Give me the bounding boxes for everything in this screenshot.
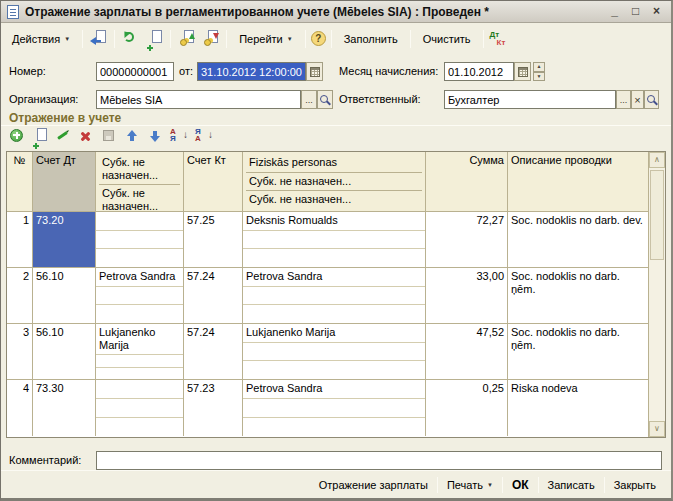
- copy-document-button[interactable]: [146, 30, 163, 47]
- cell-credit[interactable]: 57.24: [184, 268, 243, 323]
- cell-sum[interactable]: 47,52: [426, 324, 508, 379]
- move-down-button[interactable]: [147, 128, 163, 144]
- fill-button[interactable]: Заполнить: [337, 30, 405, 48]
- spinner-down-button[interactable]: ▼: [533, 72, 545, 82]
- header-subconto-kt[interactable]: Fiziskās personas Субк. не назначен... С…: [243, 152, 426, 211]
- cell-debit-selected[interactable]: 73.20: [33, 212, 96, 267]
- header-sum[interactable]: Сумма: [426, 152, 508, 211]
- responsible-input[interactable]: [444, 90, 616, 109]
- table-row[interactable]: 3 56.10 Lukjanenko Marija 57.24 Lukjanen…: [7, 324, 648, 380]
- cell-sum[interactable]: 33,00: [426, 268, 508, 323]
- responsible-clear-button[interactable]: ×: [631, 90, 644, 109]
- close-form-button[interactable]: Закрыть: [605, 477, 665, 493]
- clear-button[interactable]: Очистить: [416, 30, 478, 48]
- delete-row-button[interactable]: [78, 128, 94, 144]
- cell-subconto-dt[interactable]: [96, 212, 184, 267]
- cell-description[interactable]: Riska nodeva: [508, 380, 648, 436]
- cell-sum[interactable]: 0,25: [426, 380, 508, 436]
- goto-menu-button[interactable]: Перейти ▼: [232, 30, 300, 48]
- cell-credit[interactable]: 57.25: [184, 212, 243, 267]
- save-button[interactable]: Записать: [539, 477, 604, 493]
- cell-description[interactable]: Soc. nodoklis no darb. dev.: [508, 212, 648, 267]
- minimize-button[interactable]: _: [606, 4, 623, 20]
- cell-num[interactable]: 1: [7, 212, 33, 267]
- number-label: Номер:: [9, 62, 46, 81]
- unpost-document-button[interactable]: [202, 30, 219, 47]
- cell-description[interactable]: Soc. nodoklis no darb. ņēm.: [508, 324, 648, 379]
- cell-subconto-kt[interactable]: Petrova Sandra: [243, 268, 426, 323]
- reflect-salary-label: Отражение зарплаты: [319, 479, 428, 491]
- organization-input[interactable]: [96, 90, 301, 109]
- organization-search-button[interactable]: [317, 90, 333, 109]
- organization-select-button[interactable]: ...: [301, 90, 317, 109]
- post-document-button[interactable]: [178, 30, 195, 47]
- table-row[interactable]: 1 73.20 57.25 Deksnis Romualds 72,27 Soc…: [7, 212, 648, 268]
- print-button[interactable]: Печать ▼: [438, 477, 502, 493]
- cell-credit[interactable]: 57.23: [184, 380, 243, 436]
- dtkt-postings-button[interactable]: Дт Кт: [489, 30, 509, 47]
- goto-menu-label: Перейти: [239, 33, 283, 45]
- cell-subconto-kt[interactable]: Deksnis Romualds: [243, 212, 426, 267]
- footer-divider: [1, 470, 671, 471]
- reflect-salary-button[interactable]: Отражение зарплаты: [310, 477, 437, 493]
- cell-subconto-kt[interactable]: Lukjanenko Marija: [243, 324, 426, 379]
- responsible-select-button[interactable]: ...: [616, 90, 631, 109]
- cell-sum[interactable]: 72,27: [426, 212, 508, 267]
- cell-num[interactable]: 4: [7, 380, 33, 436]
- date-input[interactable]: [197, 62, 306, 81]
- sort-descending-button[interactable]: Я А ↓: [195, 128, 213, 144]
- month-label: Месяц начисления:: [339, 62, 438, 81]
- table-row[interactable]: 2 56.10 Petrova Sandra 57.24 Petrova San…: [7, 268, 648, 324]
- save-document-button[interactable]: [90, 30, 107, 47]
- magnifier-icon: [319, 94, 331, 106]
- cell-debit[interactable]: 56.10: [33, 324, 96, 379]
- toolbar-separator: [331, 30, 332, 48]
- header-subconto-dt[interactable]: Субк. не назначен... Субк. не назначен..…: [96, 152, 184, 211]
- add-row-button[interactable]: [9, 128, 25, 144]
- cell-credit[interactable]: 57.24: [184, 324, 243, 379]
- header-description[interactable]: Описание проводки: [508, 152, 648, 211]
- copy-row-button[interactable]: [32, 128, 48, 144]
- move-up-button[interactable]: [124, 128, 140, 144]
- header-num[interactable]: №: [7, 152, 33, 211]
- post-arrow-icon: [189, 33, 195, 39]
- cell-debit[interactable]: 56.10: [33, 268, 96, 323]
- scrollbar-thumb[interactable]: [650, 170, 664, 260]
- cell-num[interactable]: 3: [7, 324, 33, 379]
- spinner-up-button[interactable]: ▲: [533, 62, 545, 72]
- scroll-down-button[interactable]: ∨: [649, 421, 665, 437]
- number-input[interactable]: [96, 62, 174, 81]
- toolbar-separator: [82, 30, 83, 48]
- scroll-up-button[interactable]: ∧: [649, 152, 665, 168]
- table-row[interactable]: 4 73.30 57.23 Petrova Sandra 0,25 Riska …: [7, 380, 648, 436]
- save-arrow-icon: [90, 37, 96, 45]
- cell-num[interactable]: 2: [7, 268, 33, 323]
- cell-subconto-kt[interactable]: Petrova Sandra: [243, 380, 426, 436]
- cell-subconto-dt[interactable]: Lukjanenko Marija: [96, 324, 184, 379]
- responsible-search-button[interactable]: [644, 90, 659, 109]
- month-input[interactable]: [444, 62, 514, 81]
- maximize-button[interactable]: □: [627, 4, 644, 20]
- main-toolbar: Действия ▼ Перейти ▼ ? Заполнить Очистит…: [1, 24, 671, 53]
- comment-input[interactable]: [96, 451, 662, 470]
- sort-ascending-button[interactable]: А Я ↓: [170, 128, 188, 144]
- scrollbar-track[interactable]: [649, 168, 665, 421]
- cell-subconto-dt[interactable]: Petrova Sandra: [96, 268, 184, 323]
- cell-debit[interactable]: 73.30: [33, 380, 96, 436]
- table-header-row: № Счет Дт Субк. не назначен... Субк. не …: [7, 152, 648, 212]
- actions-menu-button[interactable]: Действия ▼: [5, 30, 77, 48]
- close-button[interactable]: ×: [648, 4, 665, 20]
- month-calendar-button[interactable]: [514, 62, 531, 81]
- help-button[interactable]: ?: [311, 31, 326, 46]
- header-credit[interactable]: Счет Кт: [184, 152, 243, 211]
- title-bar[interactable]: Отражение зарплаты в регламентированном …: [1, 1, 671, 23]
- cell-description[interactable]: Soc. nodoklis no darb. ņēm.: [508, 268, 648, 323]
- ok-button[interactable]: ОК: [503, 476, 538, 494]
- cell-subconto-dt[interactable]: [96, 380, 184, 436]
- header-debit[interactable]: Счет Дт: [33, 152, 96, 211]
- refresh-button[interactable]: [122, 30, 139, 47]
- date-calendar-button[interactable]: [306, 62, 323, 81]
- edit-row-button[interactable]: [55, 128, 71, 144]
- vertical-scrollbar[interactable]: ∧ ∨: [648, 152, 665, 437]
- toolbar-separator: [410, 30, 411, 48]
